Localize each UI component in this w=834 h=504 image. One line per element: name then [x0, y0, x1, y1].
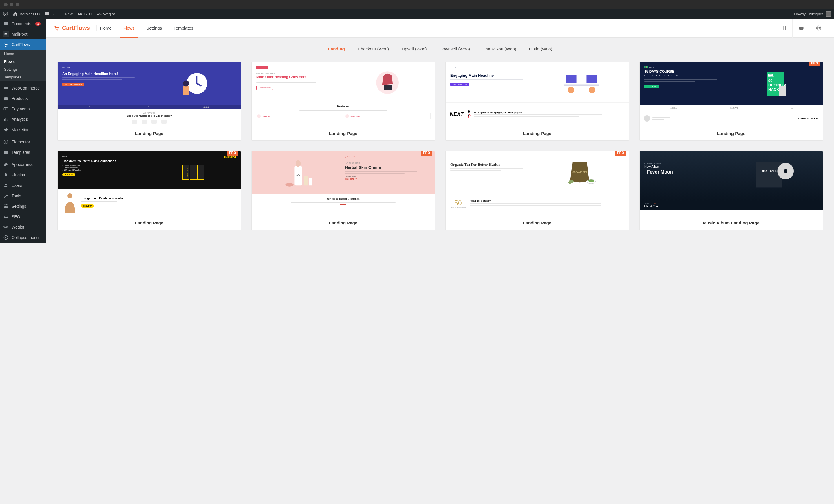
folder-icon: [3, 150, 9, 155]
filter-thankyou[interactable]: Thank You (Woo): [483, 46, 516, 51]
svg-point-36: [285, 183, 294, 187]
svg-rect-37: [304, 176, 308, 186]
sidebar-item-label: Collapse menu: [12, 235, 39, 240]
sidebar-item-collapse[interactable]: Collapse menu: [0, 232, 46, 243]
filter-downsell[interactable]: Downsell (Woo): [440, 46, 470, 51]
template-card[interactable]: PRO 📗 EBOOK 45 DAYS COURSE Proven Ways T…: [639, 62, 823, 141]
help-button[interactable]: [810, 19, 827, 38]
sidebar-item-label: Marketing: [12, 128, 29, 132]
svg-point-2: [80, 13, 82, 15]
template-card[interactable]: 8TH MARCH, 2020 New Album | Fever Moon D…: [639, 151, 823, 230]
sidebar-item-elementor[interactable]: Elementor: [0, 137, 46, 147]
template-card[interactable]: PRO N°8: [251, 151, 435, 230]
sidebar-item-appearance[interactable]: Appearance: [0, 159, 46, 170]
woocommerce-icon: [3, 85, 9, 91]
home-icon: [13, 11, 18, 17]
weglot-link[interactable]: WG Weglot: [97, 12, 115, 16]
account-link[interactable]: Howdy, Ryleigh85: [794, 11, 831, 17]
macos-titlebar: [0, 0, 834, 9]
docs-button[interactable]: [775, 19, 792, 38]
minimize-dot[interactable]: [10, 3, 13, 6]
new-label: New: [65, 12, 73, 16]
svg-point-31: [468, 110, 470, 113]
weglot-label: Weglot: [103, 12, 115, 16]
sidebar-item-woocommerce[interactable]: WooCommerce: [0, 83, 46, 93]
sidebar-item-seo[interactable]: SEO: [0, 212, 46, 222]
sidebar-item-analytics[interactable]: Analytics: [0, 114, 46, 125]
submenu-settings[interactable]: Settings: [0, 65, 46, 73]
site-name-label: Bernier LLC: [20, 12, 40, 16]
user-icon: [3, 182, 9, 188]
filter-optin[interactable]: Optin (Woo): [529, 46, 552, 51]
zoom-dot[interactable]: [16, 3, 19, 6]
comment-icon: [44, 11, 49, 17]
svg-point-41: [588, 179, 594, 182]
wp-admin-bar: Bernier LLC 3 New SEO WG Weglot Howdy, R…: [0, 9, 834, 19]
megaphone-icon: [3, 127, 9, 133]
svg-point-4: [7, 46, 7, 47]
template-type-tabs: Landing Checkout (Woo) Upsell (Woo) Down…: [57, 46, 823, 51]
sidebar-item-mailpoet[interactable]: M MailPoet: [0, 29, 46, 39]
template-title: Landing Page: [640, 126, 823, 140]
sidebar-item-marketing[interactable]: Marketing: [0, 125, 46, 135]
sidebar-item-plugins[interactable]: Plugins: [0, 170, 46, 180]
comments-badge: 3: [35, 22, 41, 26]
nav-settings[interactable]: Settings: [146, 19, 162, 37]
elementor-icon: [3, 139, 9, 145]
nav-flows[interactable]: Flows: [123, 19, 135, 37]
analytics-icon: [3, 116, 9, 122]
cartflows-brand[interactable]: CartFlows: [53, 25, 97, 31]
template-title: Landing Page: [446, 126, 629, 140]
sidebar-item-tools[interactable]: Tools: [0, 191, 46, 201]
svg-rect-27: [586, 75, 596, 83]
sidebar-item-users[interactable]: Users: [0, 180, 46, 191]
seo-icon: [77, 11, 83, 17]
video-button[interactable]: [792, 19, 810, 38]
template-thumbnail: PRE HEADING HERE Main Offer Heading Goes…: [251, 62, 435, 126]
sidebar-item-label: Appearance: [12, 162, 34, 167]
wp-logo[interactable]: [3, 11, 8, 17]
site-link[interactable]: Bernier LLC: [13, 11, 40, 17]
svg-point-14: [6, 216, 8, 218]
template-thumbnail: manage Engaging Main Headline CALL TO AC…: [446, 62, 629, 126]
svg-point-30: [589, 87, 595, 93]
template-thumbnail: ◎ SPACE An Engaging Main Headline Here! …: [58, 62, 241, 126]
template-thumbnail: 8TH MARCH, 2020 New Album | Fever Moon D…: [640, 152, 823, 216]
filter-checkout[interactable]: Checkout (Woo): [358, 46, 389, 51]
svg-rect-5: [4, 87, 8, 89]
sidebar-item-label: Elementor: [12, 139, 30, 144]
submenu-flows[interactable]: Flows: [0, 58, 46, 65]
sidebar-item-products[interactable]: Products: [0, 93, 46, 104]
svg-rect-34: [296, 160, 301, 167]
seo-icon: [3, 214, 9, 220]
close-dot[interactable]: [4, 3, 7, 6]
sidebar-item-weglot[interactable]: WG Weglot: [0, 222, 46, 232]
sidebar-item-settings[interactable]: Settings: [0, 201, 46, 212]
seo-link[interactable]: SEO: [77, 11, 92, 17]
sidebar-item-label: WooCommerce: [12, 86, 40, 90]
template-card[interactable]: ◎ SPACE An Engaging Main Headline Here! …: [57, 62, 241, 141]
new-link[interactable]: New: [58, 11, 73, 17]
filter-landing[interactable]: Landing: [328, 46, 345, 51]
template-title: Landing Page: [446, 216, 629, 230]
template-title: Landing Page: [251, 126, 435, 140]
template-card[interactable]: manage Engaging Main Headline CALL TO AC…: [445, 62, 629, 141]
nav-home[interactable]: Home: [100, 19, 112, 37]
products-icon: [3, 95, 9, 102]
svg-rect-26: [566, 75, 576, 83]
nav-templates[interactable]: Templates: [173, 19, 193, 37]
sidebar-item-templates[interactable]: Templates: [0, 147, 46, 158]
sidebar-item-cartflows[interactable]: CartFlows: [0, 39, 46, 50]
template-card[interactable]: PRO Organic Tea For Better Health: [445, 151, 629, 230]
comments-link[interactable]: 3: [44, 11, 53, 17]
sidebar-item-label: Templates: [12, 150, 30, 155]
submenu-home[interactable]: Home: [0, 50, 46, 58]
svg-rect-38: [309, 178, 312, 185]
sidebar-item-payments[interactable]: $ Payments: [0, 104, 46, 114]
main-content: CartFlows Home Flows Settings Templates …: [46, 19, 834, 243]
submenu-templates[interactable]: Templates: [0, 73, 46, 81]
sidebar-item-comments[interactable]: Comments 3: [0, 19, 46, 29]
template-card[interactable]: PRO power Transform Yourself ! Gain Conf…: [57, 151, 241, 230]
template-card[interactable]: PRE HEADING HERE Main Offer Heading Goes…: [251, 62, 435, 141]
filter-upsell[interactable]: Upsell (Woo): [402, 46, 426, 51]
